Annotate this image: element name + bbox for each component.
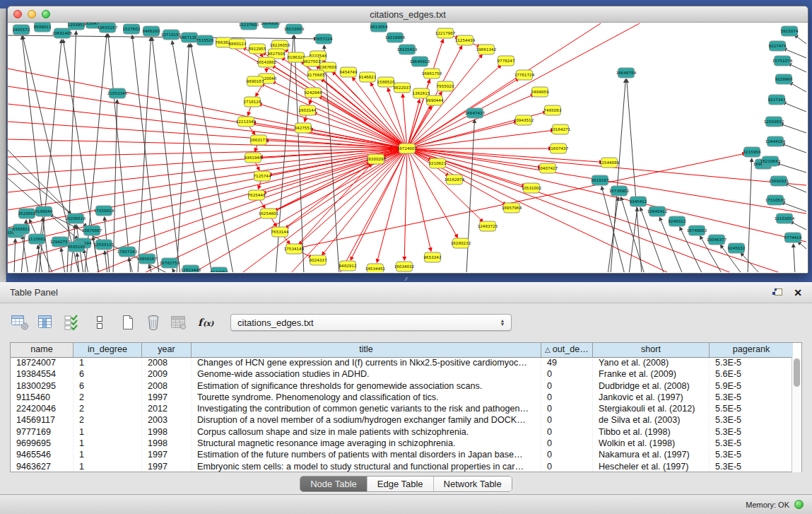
black-edge[interactable]	[138, 37, 151, 272]
red-edge[interactable]	[272, 81, 407, 148]
table-row[interactable]: 969969511998Structural magnetic resonanc…	[11, 438, 793, 449]
graph-node[interactable]: 16280232	[451, 238, 471, 248]
graph-node[interactable]: 9146821	[359, 72, 377, 82]
graph-node[interactable]: 12103054	[775, 214, 795, 223]
graph-node[interactable]: 8912955	[249, 44, 266, 54]
graph-node[interactable]: 10046377	[707, 235, 727, 245]
graph-node[interactable]: 12093832	[764, 117, 784, 127]
graph-node[interactable]: 8466160	[143, 26, 160, 36]
black-edge[interactable]	[172, 269, 175, 272]
graph-node[interactable]: 9227474	[769, 41, 787, 51]
table-row[interactable]: 911546021997Tourette syndrome. Phenomeno…	[11, 392, 793, 403]
graph-node[interactable]: 2803144	[299, 105, 317, 115]
black-edge[interactable]	[8, 150, 71, 214]
black-edge[interactable]	[84, 250, 88, 272]
column-header-pagerank[interactable]: pagerank	[710, 343, 793, 357]
graph-node[interactable]: 7515526	[196, 35, 214, 45]
graph-node[interactable]: 9345412	[630, 197, 647, 206]
table-row[interactable]: 1830029562008Estimation of significance …	[11, 380, 793, 392]
red-edge[interactable]	[407, 148, 784, 272]
red-edge[interactable]	[8, 148, 407, 245]
red-edge[interactable]	[8, 104, 407, 148]
table-settings-button-icon[interactable]	[10, 313, 31, 332]
graph-node[interactable]: 9242848	[305, 88, 322, 98]
graph-node[interactable]: 9505195	[68, 242, 86, 252]
table-columns-button-icon[interactable]	[35, 313, 57, 332]
black-edge[interactable]	[788, 64, 806, 72]
graph-node[interactable]: 9329966	[775, 74, 793, 84]
graph-node[interactable]: 10655257	[98, 23, 118, 33]
graph-node[interactable]: 10407427	[538, 163, 558, 173]
graph-node[interactable]: 2863171	[250, 135, 268, 145]
graph-node[interactable]: 16847437	[465, 108, 486, 118]
graph-node[interactable]: 5915074	[781, 26, 799, 36]
black-edge[interactable]	[149, 265, 152, 272]
graph-node[interactable]: 17761724	[514, 70, 535, 80]
black-edge[interactable]	[108, 34, 131, 272]
red-edge[interactable]	[407, 148, 735, 272]
graph-node[interactable]: 8860123	[229, 39, 247, 49]
column-header-name[interactable]: name	[11, 343, 73, 357]
column-header-year[interactable]: year	[142, 343, 192, 357]
graph-node[interactable]: 16649067	[261, 23, 281, 28]
black-edge[interactable]	[780, 124, 806, 133]
graph-node[interactable]: 9990444	[426, 95, 444, 105]
black-edge[interactable]	[640, 207, 664, 272]
graph-node[interactable]: 21053346	[107, 88, 128, 98]
graph-node[interactable]: 16782759	[160, 258, 180, 268]
graph-node[interactable]: 16254801	[259, 209, 279, 218]
black-edge[interactable]	[191, 44, 233, 272]
graph-node[interactable]: 15692931	[769, 176, 789, 186]
graph-node[interactable]: 8427552	[295, 123, 312, 133]
close-panel-icon[interactable]: ✕	[794, 287, 802, 298]
graph-node[interactable]: 1115682	[28, 234, 46, 244]
graph-node[interactable]: 10719155	[161, 30, 182, 40]
red-edge[interactable]	[403, 94, 407, 148]
red-edge[interactable]	[407, 148, 431, 251]
graph-node[interactable]: 12923448	[181, 265, 201, 272]
black-edge[interactable]	[129, 258, 133, 272]
black-edge[interactable]	[37, 245, 42, 272]
graph-node[interactable]: 17359924	[94, 206, 114, 216]
graph-node[interactable]: 19861342	[476, 45, 496, 54]
graph-node[interactable]: 2405572	[13, 25, 30, 35]
graph-node[interactable]: 16648784	[616, 68, 637, 78]
black-edge[interactable]	[611, 79, 625, 272]
black-edge[interactable]	[172, 41, 212, 272]
graph-node[interactable]: 8454749	[340, 67, 358, 77]
red-edge[interactable]	[294, 153, 746, 249]
black-edge[interactable]	[748, 158, 752, 272]
graph-node[interactable]: 9245012	[669, 216, 686, 226]
graph-node[interactable]: 9890187	[247, 76, 264, 86]
graph-node[interactable]: 16543882	[257, 57, 276, 67]
black-edge[interactable]	[85, 34, 107, 272]
graph-node[interactable]: 9509011	[34, 23, 52, 32]
graph-node[interactable]: 11254439	[455, 35, 476, 45]
table-row[interactable]: 946362711997Embryonic stem cells: a mode…	[11, 461, 793, 472]
red-edge[interactable]	[261, 84, 407, 148]
graph-node[interactable]: 10943512	[514, 115, 534, 125]
graph-node[interactable]: 7955020	[437, 81, 454, 91]
red-edge[interactable]	[8, 86, 407, 148]
graph-node[interactable]: 6774418	[784, 233, 802, 243]
graph-node[interactable]: 17534149	[284, 244, 305, 254]
graph-node[interactable]: 17957243	[117, 247, 138, 257]
table-row[interactable]: 977716911998Corpus callosum shape and si…	[11, 426, 793, 438]
tab-edge-table[interactable]: Edge Table	[367, 477, 434, 491]
black-edge[interactable]	[777, 163, 806, 173]
graph-node[interactable]: 14534451	[365, 264, 386, 272]
graph-node[interactable]: 7485083	[544, 105, 562, 115]
tab-node-table[interactable]: Node Table	[300, 477, 367, 491]
window-titlebar[interactable]: citations_edges.txt	[8, 6, 808, 23]
graph-node[interactable]: 3175685	[307, 70, 325, 80]
black-edge[interactable]	[794, 35, 806, 44]
black-edge[interactable]	[782, 102, 806, 112]
pane-resize-handle[interactable]: ⁄⁄	[401, 277, 412, 281]
graph-node[interactable]: 12213349	[236, 117, 257, 127]
new-table-button-icon[interactable]	[117, 313, 139, 332]
graph-node[interactable]: 12483725	[478, 221, 498, 231]
column-header-short[interactable]: short	[593, 343, 710, 357]
table-select-dropdown[interactable]: citations_edges.txt ▲ ▼	[230, 314, 512, 331]
table-row[interactable]: 2242004622012Investigating the contribut…	[11, 403, 793, 414]
table-row[interactable]: 1456911722003Disruption of a novel membe…	[11, 414, 793, 426]
